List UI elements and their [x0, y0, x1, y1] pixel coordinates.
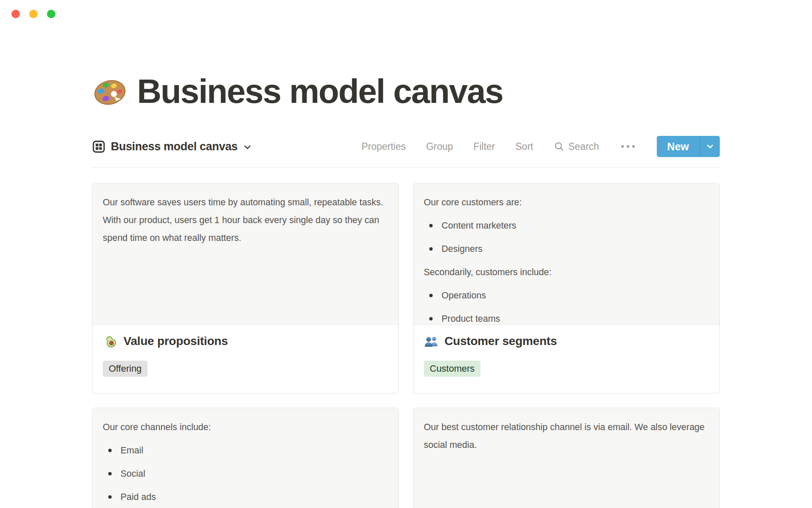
preview-bullet-item: Operations — [424, 287, 709, 304]
card-preview: Our best customer relationship channel i… — [414, 408, 719, 508]
tag-customers: Customers — [424, 361, 480, 377]
page-title: Business model canvas — [137, 74, 503, 109]
view-bar: Business model canvas Properties Group F… — [92, 135, 720, 157]
card-customer-segments[interactable]: Our core customers are:Content marketers… — [413, 183, 720, 393]
bullet-dot — [429, 247, 433, 251]
sort-button[interactable]: Sort — [516, 141, 533, 152]
tag-offering: Offering — [103, 361, 148, 377]
avocado-emoji-icon — [103, 334, 118, 349]
bullet-dot — [108, 472, 112, 475]
new-button[interactable]: New — [657, 136, 720, 157]
card-preview: Our core customers are:Content marketers… — [414, 183, 719, 325]
bullet-text: Email — [121, 445, 143, 456]
card-meta: Value propositions Offering — [93, 325, 398, 377]
bullet-text: Operations — [442, 290, 486, 301]
group-button[interactable]: Group — [426, 141, 453, 152]
new-button-label[interactable]: New — [657, 136, 700, 157]
bullet-dot — [429, 317, 433, 320]
view-toolbar: Properties Group Filter Sort Search — [362, 136, 720, 157]
card-title: Customer segments — [444, 334, 557, 348]
card-customer-relationships[interactable]: Our best customer relationship channel i… — [413, 408, 720, 508]
window-controls — [11, 10, 55, 18]
preview-paragraph: Our software saves users time by automat… — [103, 193, 388, 247]
preview-bullet-item: Product teams — [424, 310, 709, 325]
busts-in-silhouette-emoji-icon — [424, 334, 439, 349]
gallery-view: Our software saves users time by automat… — [92, 183, 720, 508]
card-title: Value propositions — [123, 334, 228, 348]
card-channels[interactable]: Our core channels include:EmailSocialPai… — [92, 408, 399, 508]
new-button-dropdown[interactable] — [700, 136, 720, 157]
card-value-propositions[interactable]: Our software saves users time by automat… — [92, 183, 399, 393]
card-preview: Our software saves users time by automat… — [93, 183, 398, 325]
search-button[interactable]: Search — [554, 141, 599, 152]
page-header: Business model canvas — [92, 74, 720, 109]
maximize-window-button[interactable] — [47, 10, 55, 18]
toolbar-divider — [92, 167, 720, 168]
search-icon — [554, 141, 565, 152]
preview-paragraph: Our core customers are: — [424, 193, 709, 211]
preview-bullet-item: Designers — [424, 240, 709, 258]
filter-button[interactable]: Filter — [473, 141, 495, 152]
card-preview: Our core channels include:EmailSocialPai… — [93, 408, 398, 508]
ellipsis-icon — [620, 144, 636, 149]
view-name: Business model canvas — [111, 140, 238, 153]
preview-bullet-item: Paid ads — [103, 488, 388, 506]
minimize-window-button[interactable] — [29, 10, 38, 18]
bullet-text: Product teams — [442, 314, 500, 324]
palette-emoji-icon[interactable] — [92, 74, 128, 109]
gallery-view-icon — [92, 140, 105, 153]
search-label: Search — [568, 141, 599, 152]
preview-bullet-item: Email — [103, 442, 388, 459]
bullet-dot — [429, 294, 433, 297]
preview-paragraph: Our core channels include: — [103, 418, 388, 436]
bullet-text: Social — [121, 469, 145, 479]
bullet-dot — [108, 495, 112, 499]
preview-paragraph: Our best customer relationship channel i… — [424, 418, 709, 454]
preview-bullet-item: Social — [103, 465, 388, 483]
bullet-dot — [108, 449, 112, 452]
close-window-button[interactable] — [11, 10, 20, 18]
bullet-text: Designers — [442, 244, 483, 254]
view-selector[interactable]: Business model canvas — [92, 140, 252, 153]
bullet-text: Content marketers — [442, 221, 516, 231]
chevron-down-icon — [243, 142, 252, 152]
bullet-dot — [429, 224, 433, 227]
notion-window: Business model canvas Business model can… — [0, 74, 812, 508]
bullet-text: Paid ads — [121, 492, 156, 502]
preview-bullet-item: Content marketers — [424, 217, 709, 235]
more-options-button[interactable] — [620, 144, 636, 149]
properties-button[interactable]: Properties — [362, 141, 406, 152]
card-meta: Customer segments Customers — [414, 325, 719, 377]
preview-paragraph: Secondarily, customers include: — [424, 263, 709, 281]
page-content: Business model canvas Business model can… — [92, 74, 720, 508]
